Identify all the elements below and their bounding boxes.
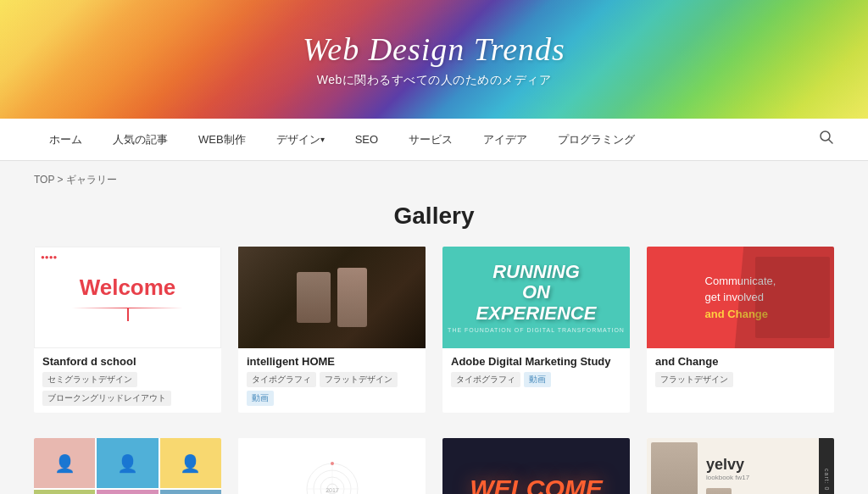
yelvy-side-text: cart: 0 Item [819, 438, 834, 494]
gallery-item-home[interactable]: intelligent HOME タイポグラフィ フラットデザイン 動画 [238, 247, 426, 413]
tag-semi: セミグラットデザイン [42, 372, 137, 387]
welcome2-text: WELCOME [470, 475, 603, 494]
nav-web[interactable]: WEB制作 [183, 119, 261, 161]
hero-subtitle: Webに関わるすべての人のためのメディア [317, 73, 552, 88]
home-title: intelligent HOME [247, 355, 417, 368]
gallery-item-welcome2[interactable]: WELCOME WELCOME [442, 438, 630, 494]
adobe-running-text: RunningonExperience [476, 262, 597, 324]
hero-title: Web Design Trends [303, 31, 565, 68]
nav-home[interactable]: ホーム [34, 119, 97, 161]
nav-design[interactable]: デザイン [261, 119, 340, 161]
fashion-cell-2: 👤 [97, 438, 158, 488]
gallery-thumb-stanford: ●●●● Welcome [34, 247, 221, 348]
gallery-thumb-yelvy: yelvy lookbook fw17 cart: 0 Item [647, 438, 834, 494]
gallery-row-1: ●●●● Welcome Stanford d school セミグラットデザイ… [34, 247, 834, 413]
nav-idea[interactable]: アイデア [468, 119, 542, 161]
thumb-fashion-content: 👤 👤 👤 👤 👤 👤 [34, 438, 221, 494]
tag-typo: タイポグラフィ [247, 372, 316, 387]
change-title: and Change [655, 355, 826, 368]
gallery-thumb-change: Communicate, get involved and Change [647, 247, 834, 348]
thumb-stanford-content: ●●●● Welcome [34, 247, 221, 348]
change-tags: フラットデザイン [655, 372, 826, 387]
gallery-thumb-welcome2: WELCOME [442, 438, 630, 494]
tag-flat: フラットデザイン [320, 372, 398, 387]
adobe-tags: タイポグラフィ 動画 [451, 372, 621, 387]
tag-change-flat: フラットデザイン [655, 372, 733, 387]
breadcrumb-separator: > [54, 174, 66, 186]
thumb-home-figures-wrap [238, 247, 426, 348]
fashion-cell-1: 👤 [34, 438, 95, 488]
stanford-tags: セミグラットデザイン ブロークングリッドレイアウト [42, 372, 213, 406]
thumb-home-content [238, 247, 426, 348]
circle-svg: 2017 [298, 455, 366, 494]
home-tags: タイポグラフィ フラットデザイン 動画 [247, 372, 417, 406]
svg-line-1 [829, 140, 833, 144]
fashion-cell-6: 👤 [160, 490, 221, 494]
fashion-cell-4: 👤 [34, 490, 95, 494]
tag-broken: ブロークングリッドレイアウト [42, 391, 171, 406]
gallery-grid: ●●●● Welcome Stanford d school セミグラットデザイ… [0, 247, 868, 494]
stanford-bar [127, 308, 129, 321]
fashion-cell-3: 👤 [160, 438, 221, 488]
adobe-sub-text: THE FOUNDATION OF DIGITAL TRANSFORMATION [448, 327, 625, 333]
gallery-item-change[interactable]: Communicate, get involved and Change and… [647, 247, 834, 413]
breadcrumb-top[interactable]: TOP [34, 174, 54, 186]
gallery-thumb-adobe: RunningonExperience THE FOUNDATION OF DI… [442, 247, 630, 348]
adobe-title: Adobe Digital Marketing Study [451, 355, 621, 368]
nav-service[interactable]: サービス [393, 119, 468, 161]
stanford-logo: ●●●● [41, 253, 57, 261]
fashion-cell-5: 👤 [97, 490, 158, 494]
yelvy-text-block: yelvy lookbook fw17 [702, 452, 830, 494]
stanford-title: Stanford d school [42, 355, 213, 368]
main-nav: ホーム 人気の記事 WEB制作 デザイン SEO サービス アイデア プログラミ… [0, 119, 868, 161]
tag-video: 動画 [247, 391, 274, 406]
gallery-item-circle[interactable]: 2017 サークルデザイン [238, 438, 426, 494]
breadcrumb: TOP > ギャラリー [0, 161, 868, 194]
tag-adobe-typo: タイポグラフィ [451, 372, 520, 387]
nav-items: ホーム 人気の記事 WEB制作 デザイン SEO サービス アイデア プログラミ… [34, 119, 819, 161]
gallery-thumb-home [238, 247, 426, 348]
thumb-welcome2-content: WELCOME [442, 438, 630, 494]
hero-banner: Web Design Trends Webに関わるすべての人のためのメディア [0, 0, 868, 119]
change-info: and Change フラットデザイン [647, 348, 834, 394]
thumb-adobe-content: RunningonExperience THE FOUNDATION OF DI… [442, 247, 630, 348]
breadcrumb-current: ギャラリー [66, 174, 117, 186]
home-info: intelligent HOME タイポグラフィ フラットデザイン 動画 [238, 348, 426, 413]
svg-point-9 [331, 462, 334, 465]
gallery-row-2: 👤 👤 👤 👤 👤 👤 ファッションサイト [34, 438, 834, 494]
thumb-circle-content: 2017 [238, 438, 426, 494]
thumb-change-content: Communicate, get involved and Change [647, 247, 834, 348]
yelvy-sub: lookbook fw17 [706, 474, 830, 481]
yelvy-brand-name: yelvy [706, 456, 830, 474]
stanford-welcome-text: Welcome [80, 275, 176, 301]
nav-seo[interactable]: SEO [340, 119, 393, 161]
gallery-thumb-fashion: 👤 👤 👤 👤 👤 👤 [34, 438, 221, 494]
nav-programming[interactable]: プログラミング [542, 119, 650, 161]
adobe-info: Adobe Digital Marketing Study タイポグラフィ 動画 [442, 348, 630, 394]
gallery-item-fashion[interactable]: 👤 👤 👤 👤 👤 👤 ファッションサイト [34, 438, 221, 494]
tag-adobe-video: 動画 [524, 372, 551, 387]
gallery-thumb-circle: 2017 [238, 438, 426, 494]
nav-popular[interactable]: 人気の記事 [97, 119, 183, 161]
yelvy-model-image [651, 442, 698, 494]
gallery-item-adobe[interactable]: RunningonExperience THE FOUNDATION OF DI… [442, 247, 630, 413]
thumb-yelvy-content: yelvy lookbook fw17 cart: 0 Item [647, 438, 834, 494]
page-title: Gallery [0, 194, 868, 247]
gallery-item-stanford[interactable]: ●●●● Welcome Stanford d school セミグラットデザイ… [34, 247, 221, 413]
search-icon[interactable] [819, 130, 834, 149]
gallery-item-yelvy[interactable]: yelvy lookbook fw17 cart: 0 Item yelvy l… [647, 438, 834, 494]
yelvy-small-image [706, 488, 732, 494]
stanford-info: Stanford d school セミグラットデザイン ブロークングリッドレイ… [34, 348, 221, 413]
